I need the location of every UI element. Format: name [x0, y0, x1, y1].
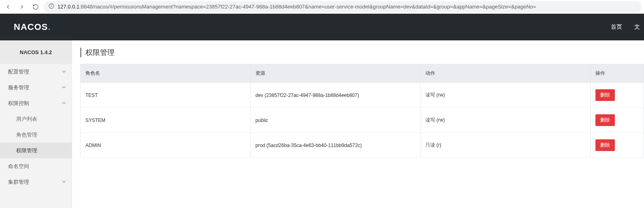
sidebar-menu: 配置管理 服务管理 权限控制 用户列表 角色管理 权限管理 命名空间 — [0, 64, 72, 190]
permissions-table: 角色名 资源 动作 操作 TEST dev (23857f22-27ac-494… — [80, 64, 644, 158]
chevron-up-icon — [62, 100, 66, 106]
logo-dot: . — [48, 22, 51, 32]
cell-action: 只读 (r) — [421, 133, 591, 158]
sidebar-item-label: 权限控制 — [8, 100, 29, 107]
forward-button[interactable] — [16, 1, 28, 13]
delete-button[interactable]: 删除 — [595, 114, 615, 126]
table-row: ADMIN prod (5acd26ba-35ca-4e63-bb40-111b… — [81, 133, 644, 158]
nav-docs[interactable]: 文 — [634, 23, 640, 31]
back-button[interactable] — [2, 1, 14, 13]
sidebar-item-permissions[interactable]: 权限管理 — [0, 143, 72, 158]
cell-role: TEST — [81, 83, 251, 108]
cell-resource: dev (23857f22-27ac-4947-988a-1b88d4eeb80… — [251, 83, 421, 108]
info-icon — [49, 3, 54, 10]
url-path: :8848/nacos/#/permissionsManagement?name… — [79, 4, 536, 10]
delete-button[interactable]: 删除 — [595, 139, 615, 151]
sidebar-item-label: 命名空间 — [8, 163, 29, 170]
chevron-down-icon — [62, 84, 66, 90]
logo-text: NACOS — [14, 22, 48, 32]
col-action: 动作 — [421, 64, 591, 83]
sidebar-item-label: 权限管理 — [16, 147, 37, 154]
sidebar-item-users[interactable]: 用户列表 — [0, 111, 72, 127]
nav-home[interactable]: 首页 — [611, 23, 622, 31]
logo[interactable]: NACOS. — [14, 22, 51, 32]
url-host: 127.0.0.1 — [57, 4, 79, 10]
cell-action: 读写 (rw) — [421, 83, 591, 108]
col-role: 角色名 — [81, 64, 251, 83]
browser-toolbar: 127.0.0.1:8848/nacos/#/permissionsManage… — [0, 0, 644, 14]
table-header-row: 角色名 资源 动作 操作 — [81, 64, 644, 83]
cell-role: SYSTEM — [81, 108, 251, 133]
chevron-down-icon — [62, 179, 66, 185]
table-row: SYSTEM public 读写 (rw) 删除 — [81, 108, 644, 133]
cell-action: 读写 (rw) — [421, 108, 591, 133]
sidebar-item-auth[interactable]: 权限控制 — [0, 95, 72, 111]
col-op: 操作 — [591, 64, 644, 83]
address-bar[interactable]: 127.0.0.1:8848/nacos/#/permissionsManage… — [44, 1, 642, 13]
sidebar-item-service[interactable]: 服务管理 — [0, 80, 72, 95]
chevron-down-icon — [62, 69, 66, 75]
page-title: 权限管理 — [80, 48, 644, 57]
delete-button[interactable]: 删除 — [595, 89, 615, 101]
sidebar-item-label: 用户列表 — [16, 116, 37, 123]
main-content: 权限管理 角色名 资源 动作 操作 TEST dev (23857f22-27a… — [72, 40, 644, 208]
sidebar-item-label: 集群管理 — [8, 179, 29, 186]
sidebar-item-namespace[interactable]: 命名空间 — [0, 158, 72, 174]
sidebar-item-roles[interactable]: 角色管理 — [0, 127, 72, 143]
sidebar-item-label: 配置管理 — [8, 68, 29, 76]
header-nav: 首页 文 — [611, 23, 644, 31]
sidebar-version: NACOS 1.4.2 — [0, 40, 72, 64]
cell-role: ADMIN — [81, 133, 251, 158]
sidebar-item-label: 服务管理 — [8, 84, 29, 91]
sidebar-item-label: 角色管理 — [16, 131, 37, 139]
table-row: TEST dev (23857f22-27ac-4947-988a-1b88d4… — [81, 83, 644, 108]
app-header: NACOS. 首页 文 — [0, 14, 644, 40]
sidebar: NACOS 1.4.2 配置管理 服务管理 权限控制 用户列表 角色管理 权限管… — [0, 40, 72, 208]
cell-resource: public — [251, 108, 421, 133]
col-resource: 资源 — [251, 64, 421, 83]
reload-button[interactable] — [30, 1, 41, 13]
svg-point-2 — [51, 5, 52, 5]
sidebar-item-config[interactable]: 配置管理 — [0, 64, 72, 80]
cell-resource: prod (5acd26ba-35ca-4e63-bb40-111bb9da57… — [251, 133, 421, 158]
sidebar-item-cluster[interactable]: 集群管理 — [0, 174, 72, 190]
